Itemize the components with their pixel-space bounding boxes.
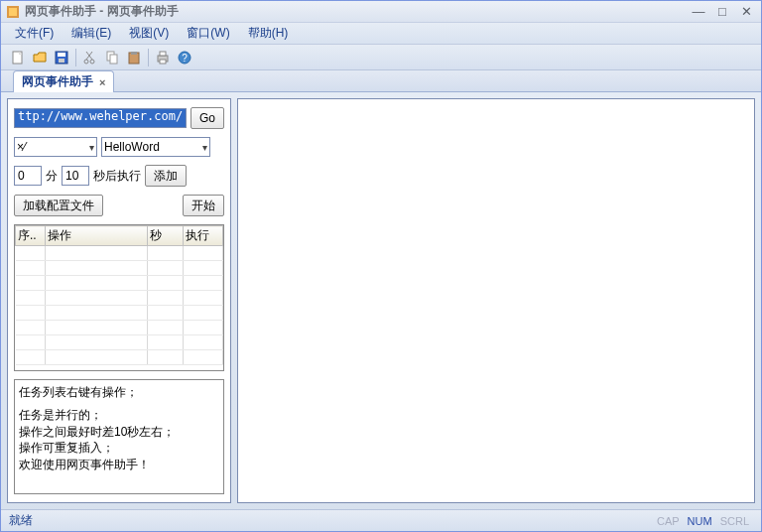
timing-row: 分 秒后执行 添加	[14, 165, 224, 187]
svg-rect-5	[59, 59, 64, 63]
maximize-button[interactable]: □	[711, 4, 733, 20]
toolbar: ?	[1, 45, 761, 70]
tab-close-icon[interactable]: ×	[99, 76, 105, 88]
add-button[interactable]: 添加	[145, 165, 187, 187]
go-button[interactable]: Go	[190, 107, 224, 129]
table-row[interactable]	[16, 246, 223, 261]
start-button[interactable]: 开始	[183, 195, 224, 216]
svg-point-7	[90, 60, 94, 64]
url-row: ttp://www.wehelper.com/ Go	[14, 107, 224, 129]
svg-text:?: ?	[182, 53, 188, 64]
save-icon[interactable]	[51, 47, 72, 68]
info-line: 操作之间最好时差10秒左右；	[19, 424, 219, 441]
th-exec[interactable]: 执行	[184, 226, 223, 246]
menubar: 文件(F) 编辑(E) 视图(V) 窗口(W) 帮助(H)	[1, 23, 761, 45]
th-op[interactable]: 操作	[46, 226, 148, 246]
print-icon[interactable]	[152, 47, 174, 68]
right-panel	[237, 98, 755, 503]
titlebar: 网页事件助手 - 网页事件助手 — □ ✕	[1, 1, 761, 23]
svg-rect-9	[110, 55, 117, 64]
toolbar-separator	[75, 49, 76, 66]
svg-rect-14	[160, 60, 166, 64]
svg-rect-11	[131, 52, 137, 55]
tab-label: 网页事件助手	[22, 73, 93, 90]
table-row[interactable]	[16, 321, 223, 335]
value-combo[interactable]: HelloWord	[101, 137, 210, 157]
svg-rect-1	[9, 8, 17, 16]
tabbar: 网页事件助手 ×	[1, 70, 761, 92]
window-controls: — □ ✕	[688, 4, 757, 20]
seconds-label: 秒后执行	[93, 168, 141, 185]
table-row[interactable]	[16, 350, 223, 365]
statusbar: 就绪 CAP NUM SCRL	[1, 509, 761, 531]
seconds-input[interactable]	[62, 166, 89, 186]
table-row[interactable]	[16, 335, 223, 350]
task-table[interactable]: 序.. 操作 秒 执行	[14, 224, 224, 371]
paste-icon[interactable]	[123, 47, 145, 68]
config-row: 加载配置文件 开始	[14, 195, 224, 216]
help-icon[interactable]: ?	[174, 47, 195, 68]
info-line: 任务是并行的；	[19, 407, 219, 424]
copy-icon[interactable]	[101, 47, 123, 68]
menu-window[interactable]: 窗口(W)	[179, 23, 237, 44]
left-panel: ttp://www.wehelper.com/ Go ×⁄ HelloWord …	[7, 98, 231, 503]
svg-point-6	[84, 60, 88, 64]
combo-row: ×⁄ HelloWord	[14, 137, 224, 157]
url-input[interactable]: ttp://www.wehelper.com/	[14, 108, 187, 128]
window-title: 网页事件助手 - 网页事件助手	[25, 3, 688, 20]
table-row[interactable]	[16, 306, 223, 321]
info-line: 操作可重复插入；	[19, 440, 219, 457]
num-indicator: NUM	[684, 515, 716, 527]
toolbar-separator	[148, 49, 149, 66]
menu-edit[interactable]: 编辑(E)	[64, 23, 119, 44]
main-window: 网页事件助手 - 网页事件助手 — □ ✕ 文件(F) 编辑(E) 视图(V) …	[0, 0, 762, 532]
menu-help[interactable]: 帮助(H)	[240, 23, 297, 44]
scrl-indicator: SCRL	[716, 515, 753, 527]
minimize-button[interactable]: —	[688, 4, 709, 20]
status-text: 就绪	[9, 512, 653, 529]
menu-file[interactable]: 文件(F)	[7, 23, 62, 44]
open-icon[interactable]	[29, 47, 51, 68]
menu-view[interactable]: 视图(V)	[121, 23, 177, 44]
svg-rect-4	[58, 53, 65, 57]
svg-rect-13	[160, 52, 166, 56]
table-row[interactable]	[16, 291, 223, 306]
action-combo[interactable]: ×⁄	[14, 137, 97, 157]
load-config-button[interactable]: 加载配置文件	[14, 195, 103, 216]
close-button[interactable]: ✕	[735, 4, 757, 20]
minutes-input[interactable]	[14, 166, 42, 186]
cap-indicator: CAP	[653, 515, 684, 527]
info-box: 任务列表右键有操作； 任务是并行的； 操作之间最好时差10秒左右； 操作可重复插…	[14, 379, 224, 494]
minutes-label: 分	[46, 168, 58, 185]
table-row[interactable]	[16, 276, 223, 291]
table-row[interactable]	[16, 261, 223, 276]
tab-main[interactable]: 网页事件助手 ×	[13, 70, 114, 92]
new-icon[interactable]	[7, 47, 29, 68]
th-seq[interactable]: 序..	[16, 226, 46, 246]
cut-icon[interactable]	[79, 47, 101, 68]
th-sec[interactable]: 秒	[148, 226, 184, 246]
info-line: 任务列表右键有操作；	[19, 384, 219, 401]
app-icon	[5, 4, 21, 20]
client-area: ttp://www.wehelper.com/ Go ×⁄ HelloWord …	[1, 92, 761, 509]
info-line: 欢迎使用网页事件助手！	[19, 457, 219, 473]
